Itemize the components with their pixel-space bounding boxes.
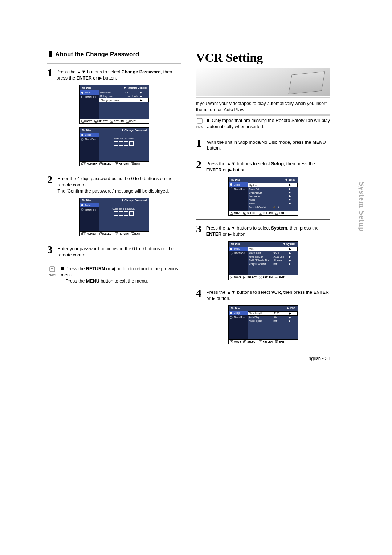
clock-icon	[230, 316, 233, 319]
divider	[196, 97, 330, 98]
svg-point-5	[81, 208, 83, 211]
osd-vcr: No DiscVCR Setup Timer Rec. Tape Length:…	[228, 305, 298, 344]
left-column: About the Change Password 1 Press the ▲▼…	[47, 51, 181, 361]
step-text: Enter your password again using the 0 to…	[57, 244, 181, 258]
svg-point-0	[81, 92, 83, 94]
step-text: Enter the 4-digit password using the 0 t…	[58, 174, 181, 194]
note-icon	[49, 266, 56, 272]
step-text: Press the ▲▼ buttons to select Change Pa…	[57, 67, 182, 81]
right-column: VCR Setting If you want your videotapes …	[196, 51, 330, 361]
svg-point-3	[81, 138, 83, 141]
manual-page: System Setup About the Change Password 1…	[47, 51, 345, 361]
divider	[196, 134, 330, 134]
section-title-right: VCR Setting	[196, 51, 330, 65]
page-footer: English - 31	[196, 356, 330, 361]
gear-icon	[81, 204, 84, 207]
intro-text: If you want your videotapes to play auto…	[196, 101, 330, 113]
lock-icon: 🔒	[273, 206, 276, 208]
divider	[196, 219, 330, 220]
svg-point-12	[230, 312, 232, 314]
clock-icon	[230, 252, 233, 255]
step-2-right: 2 Press the ▲▼ buttons to select Setup, …	[196, 159, 330, 173]
note-block-right: Note Only tapes that are missing the Rec…	[196, 118, 330, 130]
step-number: 1	[47, 67, 53, 78]
step-3-left: 3 Enter your password again using the 0 …	[47, 244, 181, 258]
svg-rect-6	[50, 267, 55, 272]
svg-rect-7	[197, 118, 202, 123]
step-number: 2	[47, 174, 54, 185]
clock-icon	[81, 96, 84, 98]
divider	[47, 170, 181, 170]
divider	[47, 262, 181, 262]
divider	[47, 240, 181, 240]
gear-icon	[230, 183, 233, 186]
clock-icon	[81, 138, 84, 141]
osd-enter-password: No DiscChange Password Setup Timer Rec. …	[79, 127, 149, 166]
gear-icon	[81, 91, 84, 94]
side-tab-label: System Setup	[357, 182, 367, 232]
svg-point-1	[81, 96, 83, 98]
clock-icon	[81, 208, 84, 211]
gear-icon	[81, 134, 84, 137]
step-4-right: 4 Press the ▲▼ buttons to select VCR, th…	[196, 288, 330, 302]
divider	[196, 284, 330, 284]
note-icon	[196, 118, 203, 124]
section-title-left: About the Change Password	[49, 51, 181, 58]
osd-confirm-password: No DiscChange Password Setup Timer Rec. …	[79, 198, 149, 236]
gear-icon	[230, 312, 233, 315]
svg-point-4	[81, 204, 83, 206]
gear-icon	[230, 247, 233, 250]
divider	[196, 155, 330, 155]
svg-point-13	[230, 316, 232, 319]
step-number: 3	[47, 244, 54, 255]
step-1-left: 1 Press the ▲▼ buttons to select Change …	[47, 67, 181, 81]
svg-point-10	[230, 248, 232, 250]
osd-system: No DiscSystem Setup Timer Rec. VCR▶ Vide…	[228, 241, 298, 280]
svg-point-8	[230, 183, 232, 186]
step-3-right: 3 Press the ▲▼ buttons to select System,…	[196, 223, 330, 238]
clock-icon	[230, 187, 233, 190]
step-1-right: 1 With the unit in Stop mode/No Disc mod…	[196, 138, 330, 152]
svg-point-2	[81, 134, 83, 136]
svg-point-11	[230, 252, 232, 254]
note-block-left: Note Press the RETURN or ◀ button to ret…	[47, 266, 181, 284]
vcr-cassette-image	[196, 68, 330, 96]
osd-parental-control: No DiscParental Control Setup Timer Rec.…	[79, 85, 149, 124]
divider	[196, 348, 330, 348]
osd-setup: No DiscSetup Setup Timer Rec. System▶ Cl…	[228, 177, 298, 216]
step-2-left: 2 Enter the 4-digit password using the 0…	[47, 174, 181, 194]
divider	[196, 114, 330, 116]
svg-point-9	[230, 188, 232, 190]
divider	[47, 63, 181, 64]
